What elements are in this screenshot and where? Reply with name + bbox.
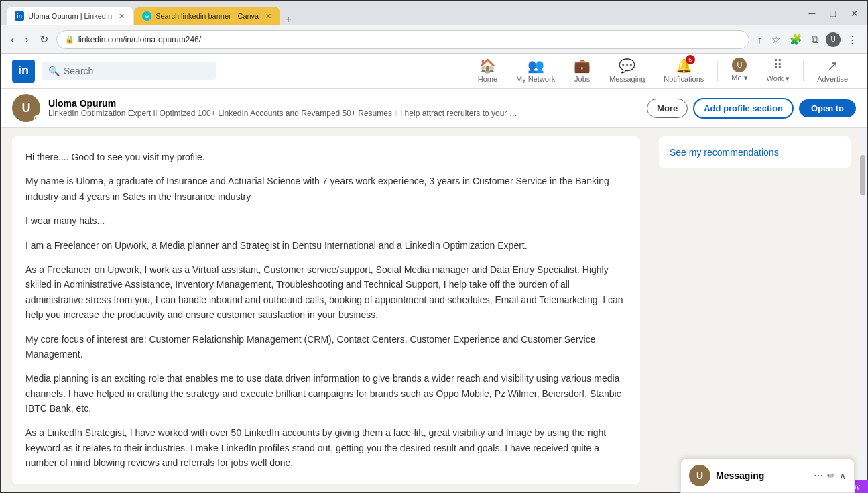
linkedin-search-box[interactable]: 🔍 [42, 62, 216, 80]
tab-linkedin-label: Uloma Opurum | LinkedIn [28, 12, 112, 20]
nav-item-home[interactable]: 🏠 Home [470, 54, 505, 89]
messaging-avatar: U [689, 465, 710, 486]
messaging-compose-button[interactable]: ✏ [827, 470, 835, 481]
messaging-header[interactable]: U Messaging ⋯ ✏ ∧ [681, 459, 854, 492]
nav-item-advertise[interactable]: ↗ Advertise [809, 54, 856, 89]
nav-item-messaging[interactable]: 💬 Messaging [601, 54, 653, 89]
browser-addressbar: ‹ › ↻ 🔒 linkedin.com/in/uloma-opurum246/… [1, 25, 867, 54]
about-para-8: As a LinkedIn Strategist, I have worked … [25, 425, 627, 470]
nav-item-jobs[interactable]: 💼 Jobs [566, 54, 599, 89]
add-profile-section-button[interactable]: Add profile section [693, 98, 794, 119]
lock-icon: 🔒 [65, 35, 74, 44]
scrollbar-track[interactable] [859, 128, 867, 492]
browser-titlebar: in Uloma Opurum | LinkedIn ✕ ⊕ Search li… [1, 1, 867, 25]
nav-label-advertise: Advertise [817, 75, 848, 83]
about-card: Hi there.... Good to see you visit my pr… [12, 136, 640, 484]
address-bar[interactable]: 🔒 linkedin.com/in/uloma-opurum246/ [56, 30, 749, 49]
forward-button[interactable]: › [22, 31, 31, 48]
open-to-button[interactable]: Open to [799, 99, 856, 117]
address-text: linkedin.com/in/uloma-opurum246/ [78, 35, 201, 44]
search-input[interactable] [64, 66, 209, 76]
profile-headline: LinkedIn Optimization Expert ll Optimize… [48, 109, 517, 118]
search-icon: 🔍 [48, 66, 60, 76]
nav-item-work[interactable]: ⠿ Work ▾ [759, 54, 798, 89]
linkedin-favicon: in [15, 11, 24, 21]
nav-divider-2 [803, 61, 804, 81]
maximize-button[interactable]: □ [828, 5, 839, 21]
notifications-icon: 🔔 5 [676, 58, 692, 74]
nav-item-mynetwork[interactable]: 👥 My Network [508, 54, 563, 89]
see-recommendations-link[interactable]: See my recommendations [670, 147, 779, 158]
about-para-4: I am a Freelancer on Upwork, a Media pla… [25, 238, 627, 253]
mynetwork-icon: 👥 [528, 58, 544, 74]
jobs-icon: 💼 [574, 58, 591, 74]
minimize-button[interactable]: ─ [806, 5, 818, 21]
about-text: Hi there.... Good to see you visit my pr… [25, 150, 627, 471]
scrollbar-thumb[interactable] [860, 155, 865, 195]
linkedin-nav-items: 🏠 Home 👥 My Network 💼 Jobs 💬 Messaging [470, 54, 856, 89]
split-view-icon[interactable]: ⧉ [809, 31, 822, 48]
profile-avatar-browser[interactable]: U [826, 32, 841, 47]
new-tab-button[interactable]: + [281, 13, 295, 25]
sidebar-right: See my recommendations [651, 128, 859, 492]
linkedin-navbar: in 🔍 🏠 Home 👥 My Network 💼 [1, 54, 867, 89]
share-icon[interactable]: ↑ [755, 31, 765, 48]
profile-mini-info: Uloma Opurum LinkedIn Optimization Exper… [48, 98, 639, 118]
browser-tabs: in Uloma Opurum | LinkedIn ✕ ⊕ Search li… [7, 1, 296, 25]
menu-icon[interactable]: ⋮ [845, 31, 860, 48]
back-button[interactable]: ‹ [8, 31, 17, 48]
about-para-6: My core focus of interest are: Customer … [25, 332, 627, 362]
main-content: Hi there.... Good to see you visit my pr… [1, 128, 867, 492]
recommendations-card: See my recommendations [659, 136, 851, 168]
online-indicator [34, 115, 40, 122]
profile-header-bar: U Uloma Opurum LinkedIn Optimization Exp… [1, 89, 867, 128]
about-para-2: My name is Uloma, a graduate of Insuranc… [25, 174, 627, 204]
nav-label-messaging: Messaging [609, 75, 645, 83]
extensions-icon[interactable]: 🧩 [787, 31, 805, 48]
about-para-3: I wear many hats... [25, 213, 627, 228]
profile-avatar: U [12, 94, 40, 122]
about-para-5: As a Freelancer on Upwork, I work as a V… [25, 262, 627, 323]
nav-label-jobs: Jobs [574, 75, 590, 83]
nav-item-notifications[interactable]: 🔔 5 Notifications [656, 54, 712, 89]
browser-window: in Uloma Opurum | LinkedIn ✕ ⊕ Search li… [0, 0, 868, 493]
messaging-widget: U Messaging ⋯ ✏ ∧ [680, 459, 855, 493]
messaging-title: Messaging [716, 470, 814, 481]
canva-favicon: ⊕ [142, 11, 151, 21]
linkedin-logo[interactable]: in [12, 60, 35, 83]
messaging-collapse-button[interactable]: ∧ [839, 470, 846, 481]
messaging-actions: ⋯ ✏ ∧ [814, 470, 846, 481]
tab-canva-close[interactable]: ✕ [265, 12, 271, 21]
me-icon: U [732, 58, 747, 72]
tab-linkedin[interactable]: in Uloma Opurum | LinkedIn ✕ [7, 7, 133, 25]
nav-divider [717, 61, 718, 81]
messaging-icon: 💬 [619, 58, 635, 74]
nav-label-work: Work ▾ [767, 74, 790, 83]
tab-linkedin-close[interactable]: ✕ [119, 12, 125, 21]
nav-label-notifications: Notifications [664, 75, 704, 83]
profile-name: Uloma Opurum [48, 98, 639, 109]
tab-canva[interactable]: ⊕ Search linkedin banner - Canva ✕ [134, 7, 280, 25]
work-icon: ⠿ [773, 57, 783, 73]
profile-header-actions: More Add profile section Open to [647, 98, 856, 119]
advertise-icon: ↗ [827, 58, 839, 74]
browser-toolbar-actions: ↑ ☆ 🧩 ⧉ U ⋮ [755, 31, 861, 48]
nav-item-me[interactable]: U Me ▾ [723, 54, 755, 89]
bookmark-icon[interactable]: ☆ [769, 31, 783, 48]
messaging-more-button[interactable]: ⋯ [814, 470, 823, 481]
about-section: Hi there.... Good to see you visit my pr… [1, 128, 651, 492]
home-icon: 🏠 [479, 58, 496, 74]
notifications-badge: 5 [686, 55, 695, 64]
close-button[interactable]: ✕ [848, 5, 861, 21]
nav-label-me: Me ▾ [731, 74, 747, 83]
more-button[interactable]: More [647, 99, 688, 118]
about-para-7: Media planning is an exciting role that … [25, 371, 627, 416]
nav-label-mynetwork: My Network [516, 75, 555, 83]
reload-button[interactable]: ↻ [37, 30, 51, 48]
about-para-1: Hi there.... Good to see you visit my pr… [25, 150, 627, 164]
tab-canva-label: Search linkedin banner - Canva [156, 12, 259, 20]
nav-label-home: Home [478, 75, 497, 83]
